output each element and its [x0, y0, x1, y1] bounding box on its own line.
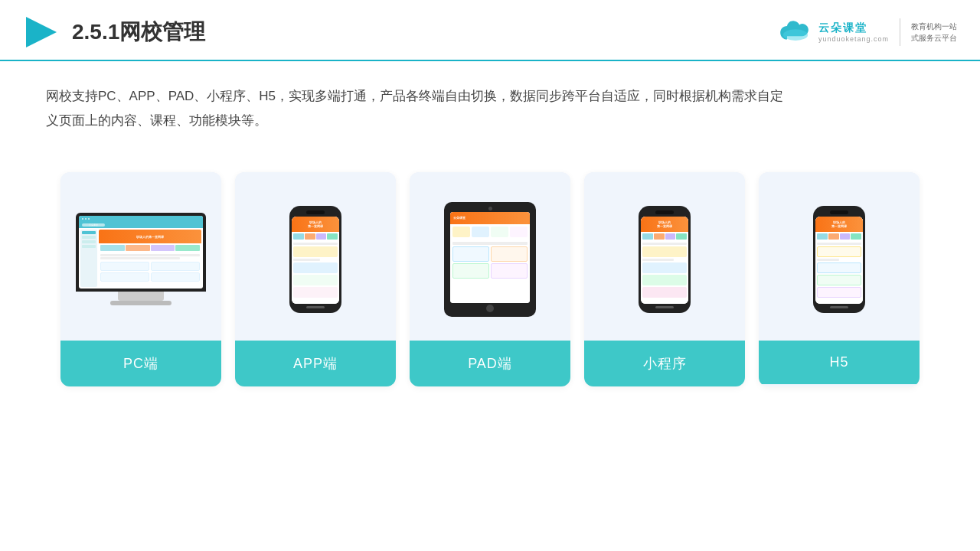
logo-divider [900, 18, 900, 46]
card-pad: 云朵课堂 [410, 172, 570, 386]
card-pad-label: PAD端 [410, 341, 570, 386]
page-title: 2.5.1网校管理 [72, 18, 205, 47]
logo-domain: yunduoketang.com [818, 35, 889, 43]
play-icon [23, 14, 60, 51]
card-miniprogram-label: 小程序 [584, 341, 745, 386]
card-h5: 职场人的第一堂网课 [759, 172, 920, 386]
card-pc-label: PC端 [60, 341, 221, 386]
card-pad-image: 云朵课堂 [410, 172, 570, 341]
card-app: 职场人的第一堂网课 [235, 172, 396, 386]
card-app-image: 职场人的第一堂网课 [235, 172, 396, 341]
card-app-label: APP端 [235, 341, 396, 386]
app-phone-mockup: 职场人的第一堂网课 [289, 206, 341, 313]
miniprogram-phone-mockup: 职场人的第一堂网课 [639, 206, 691, 313]
logo-brand-name: 云朵课堂 [818, 21, 867, 35]
h5-phone-mockup: 职场人的第一堂网课 [813, 206, 865, 313]
svg-point-1 [783, 29, 808, 41]
logo-slogan: 教育机构一站 式服务云平台 [911, 21, 957, 44]
card-miniprogram-image: 职场人的第一堂网课 [584, 172, 745, 341]
card-h5-label: H5 [759, 341, 920, 384]
header-right: 云朵课堂 yunduoketang.com 教育机构一站 式服务云平台 [779, 18, 957, 46]
logo-text: 云朵课堂 yunduoketang.com [818, 21, 889, 43]
cloud-logo-icon [779, 18, 812, 46]
svg-marker-0 [26, 17, 57, 47]
card-pc-image: 云朵课堂 职场人的第一堂网课 [60, 172, 221, 341]
card-pc: 云朵课堂 职场人的第一堂网课 [60, 172, 221, 386]
device-cards-container: 云朵课堂 职场人的第一堂网课 [0, 157, 980, 402]
pc-monitor-mockup: 云朵课堂 职场人的第一堂网课 [76, 213, 206, 305]
card-miniprogram: 职场人的第一堂网课 [584, 172, 745, 386]
description-content: 网校支持PC、APP、PAD、小程序、H5，实现多端打通，产品各终端自由切换，数… [46, 89, 783, 128]
page-header: 2.5.1网校管理 云朵课堂 yunduoketang.com 教育机构一站 式… [0, 0, 980, 61]
pad-tablet-mockup: 云朵课堂 [444, 202, 536, 317]
card-h5-image: 职场人的第一堂网课 [759, 172, 920, 341]
header-left: 2.5.1网校管理 [23, 14, 205, 51]
description-text: 网校支持PC、APP、PAD、小程序、H5，实现多端打通，产品各终端自由切换，数… [0, 61, 842, 149]
